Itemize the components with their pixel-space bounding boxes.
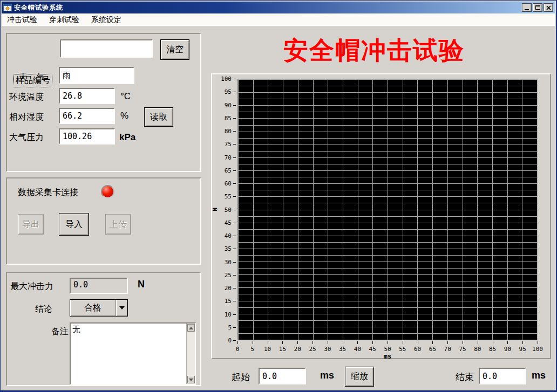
horizontal-gridline [238,314,537,314]
y-tick-mark [233,223,236,223]
x-tick-label: 55 [399,346,406,353]
chevron-down-icon[interactable] [116,300,127,316]
conclusion-label: 结论 [35,304,52,315]
humidity-input[interactable] [59,108,115,124]
clear-button[interactable]: 清空 [160,39,189,60]
x-tick-label: 35 [339,346,346,353]
x-tick-label: 0 [236,346,240,353]
horizontal-gridline [238,307,537,308]
y-tick-label: 95 [225,88,232,95]
y-tick-mark [233,131,236,132]
y-tick-mark [233,236,236,236]
horizontal-gridline [238,138,537,139]
conclusion-select[interactable]: 合格 [70,299,128,317]
maximize-button[interactable] [533,3,542,12]
zoom-button[interactable]: 缩放 [345,367,374,387]
horizontal-gridline [238,92,537,93]
horizontal-gridline [238,190,537,190]
y-tick-mark [233,105,236,106]
x-tick-label: 75 [459,346,466,353]
pressure-input[interactable] [59,128,115,145]
x-tick-mark [463,341,463,344]
y-tick-label: 100 [221,75,232,82]
close-icon [546,5,551,10]
horizontal-gridline [238,229,537,230]
horizontal-gridline [238,274,537,275]
horizontal-gridline [238,118,537,119]
export-button[interactable]: 导出 [18,214,44,235]
x-tick-label: 60 [414,346,421,353]
horizontal-gridline [238,157,537,158]
page-title: 安全帽冲击试验 [201,34,547,62]
y-tick-label: 10 [225,311,232,318]
horizontal-gridline [238,333,537,334]
app-window: 安全帽试验系统 冲击试验 穿刺试验 系统设定 样品编号 清空 天 气 环境温度 … [0,0,557,392]
x-tick-mark [507,341,508,344]
vertical-gridline [537,79,538,340]
close-button[interactable] [544,3,553,12]
y-tick-mark [233,157,236,158]
led-indicator [101,185,114,198]
pressure-unit: kPa [119,132,135,143]
horizontal-gridline [238,196,537,197]
menu-impact-test[interactable]: 冲击试验 [5,14,39,26]
maximize-icon [535,5,540,10]
max-force-label: 最大冲击力 [10,281,53,292]
remark-textarea[interactable]: 无 [70,322,196,385]
menu-puncture-test[interactable]: 穿刺试验 [47,14,81,26]
upload-button[interactable]: 上传 [105,214,131,235]
weather-input[interactable] [59,67,134,84]
x-tick-mark [538,341,538,344]
y-tick-label: 5 [228,324,232,331]
horizontal-gridline [238,86,537,86]
horizontal-gridline [238,255,537,256]
x-tick-label: 15 [279,346,286,353]
minimize-button[interactable] [522,3,532,12]
x-tick-mark [522,341,523,344]
start-input[interactable] [259,368,306,384]
y-tick-mark [233,288,236,288]
temp-label: 环境温度 [9,92,44,103]
y-tick-label: 55 [225,193,232,200]
scroll-up-icon[interactable] [187,324,195,332]
end-unit: ms [532,370,546,381]
y-tick-label: 85 [225,114,232,121]
horizontal-gridline [238,249,537,249]
x-tick-mark [268,341,268,344]
horizontal-gridline [238,287,537,288]
app-icon [3,3,12,12]
pressure-label: 大气压力 [9,132,44,143]
remark-scrollbar[interactable] [186,324,195,384]
x-tick-mark [447,341,448,344]
menu-system-settings[interactable]: 系统设定 [89,14,124,26]
horizontal-gridline [238,183,537,184]
y-tick-label: 90 [225,101,232,108]
x-tick-mark [388,341,388,344]
sample-no-input[interactable] [60,39,153,58]
scroll-down-icon[interactable] [187,376,195,383]
title-bar[interactable]: 安全帽试验系统 [2,2,555,13]
y-tick-mark [233,170,236,171]
window-title: 安全帽试验系统 [14,3,63,12]
horizontal-gridline [238,203,537,203]
x-tick-label: 95 [519,346,526,353]
x-tick-label: 100 [532,346,543,353]
temp-input[interactable] [59,88,115,104]
y-tick-mark [233,183,236,184]
import-button[interactable]: 导入 [59,213,89,236]
horizontal-gridline [238,151,537,152]
temp-unit: °C [120,91,131,102]
horizontal-gridline [238,145,537,145]
horizontal-gridline [238,294,537,294]
horizontal-gridline [238,301,537,301]
horizontal-gridline [238,99,537,99]
x-tick-mark [478,341,478,344]
x-tick-mark [418,341,418,344]
menu-bar: 冲击试验 穿刺试验 系统设定 [2,13,555,26]
read-button[interactable]: 读取 [144,107,173,127]
x-tick-label: 10 [264,346,271,353]
x-tick-mark [403,341,403,344]
minimize-icon [525,9,529,10]
x-tick-label: 20 [294,346,301,353]
end-input[interactable] [479,368,526,384]
